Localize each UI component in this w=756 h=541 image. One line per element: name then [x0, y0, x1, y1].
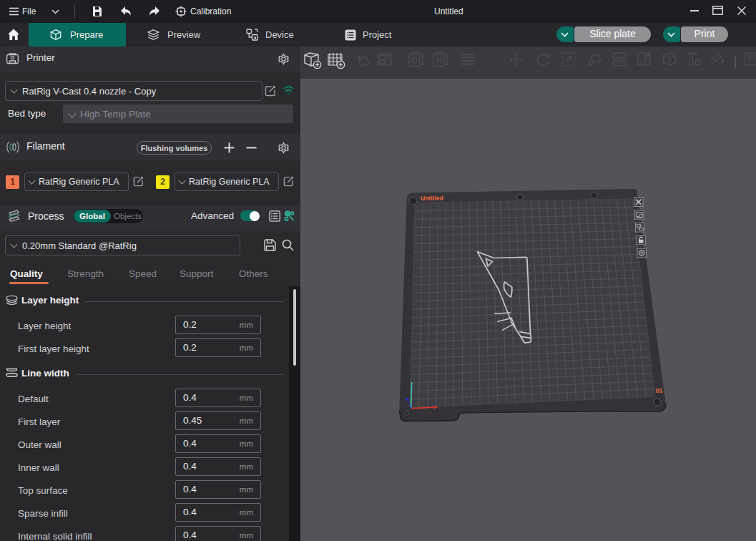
svg-text:Untitled: Untitled	[421, 194, 443, 202]
svg-text:01: 01	[655, 386, 662, 394]
